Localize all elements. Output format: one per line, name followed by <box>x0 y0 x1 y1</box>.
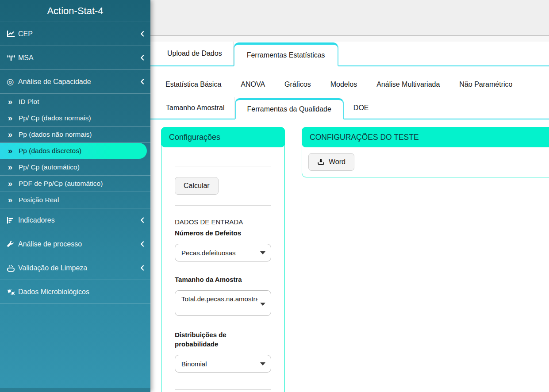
sidebar-item-indicadores[interactable]: Indicadores <box>0 208 150 232</box>
tab-label: Ferramentas Estatísticas <box>247 51 325 59</box>
tab-ferramentas-estatisticas[interactable]: Ferramentas Estatísticas <box>234 42 338 66</box>
app-window: Action-Stat-4 CEP MSA ◎ Análise de Capac… <box>0 0 549 392</box>
subtab-label: Gráficos <box>284 81 311 88</box>
main-tab-bar: Upload de Dados Ferramentas Estatísticas <box>150 42 549 66</box>
subtab-analise-multivariada[interactable]: Análise Multivariada <box>367 75 449 94</box>
chevron-left-icon <box>140 241 144 247</box>
sidebar-item-analise-de-capacidade[interactable]: ◎ Análise de Capacidade <box>0 70 150 94</box>
double-chevron-icon: » <box>8 196 19 205</box>
sample-size-value: Total.de.pecas.na.amostra <box>181 295 257 303</box>
sample-size-dropdown[interactable]: Total.de.pecas.na.amostra <box>175 290 271 316</box>
sidebar-item-label: Validação de Limpeza <box>18 264 138 272</box>
subtab-label: DOE <box>353 104 369 112</box>
sidebar-item-id-plot[interactable]: » ID Plot <box>0 94 150 110</box>
double-chevron-icon: » <box>8 114 19 123</box>
chevron-left-icon <box>140 79 144 85</box>
target-icon: ◎ <box>7 77 18 86</box>
sidebar-item-dados-microbiologicos[interactable]: Dados Microbiológicos <box>0 280 150 304</box>
germs-icon <box>7 288 18 296</box>
sidebar-item-label: Pp/ Cp (automático) <box>19 163 144 171</box>
subtab-ferramentas-da-qualidade[interactable]: Ferramentas da Qualidade <box>235 98 344 119</box>
subtab-modelos[interactable]: Modelos <box>321 75 367 94</box>
tab-label: Upload de Dados <box>167 50 222 58</box>
top-header-strip <box>150 36 549 42</box>
probability-distribution-dropdown[interactable]: Binomial <box>175 355 271 373</box>
subtab-nao-parametrico[interactable]: Não Paramétrico <box>449 75 522 94</box>
subtab-estatistica-basica[interactable]: Estatística Básica <box>156 75 231 94</box>
sidebar-item-pdf-de-pp-cp-automatico[interactable]: » PDF de Pp/Cp (automático) <box>0 176 150 192</box>
sidebar: Action-Stat-4 CEP MSA ◎ Análise de Capac… <box>0 0 150 392</box>
defect-count-dropdown[interactable]: Pecas.defeituosas <box>175 244 271 261</box>
sidebar-item-pp-cp-dados-normais[interactable]: » Pp/ Cp (dados normais) <box>0 110 150 127</box>
sidebar-item-label: Pp (dados discretos) <box>19 147 141 155</box>
subtab-label: Estatística Básica <box>165 81 221 88</box>
sidebar-item-msa[interactable]: MSA <box>0 46 150 70</box>
dropdown-caret-icon <box>260 362 265 365</box>
subtab-doe[interactable]: DOE <box>344 97 379 119</box>
subtab-tamanho-amostral[interactable]: Tamanho Amostral <box>156 97 235 119</box>
divider <box>175 389 271 390</box>
sidebar-item-label: CEP <box>18 30 138 38</box>
sample-size-label: Tamanho da Amostra <box>175 275 271 284</box>
sidebar-item-analise-de-processo[interactable]: Análise de processo <box>0 232 150 256</box>
bar-chart-icon <box>7 217 18 224</box>
sidebar-item-validacao-de-limpeza[interactable]: Validação de Limpeza <box>0 256 150 280</box>
divider <box>175 205 271 206</box>
subtab-label: Tamanho Amostral <box>166 104 225 112</box>
word-export-button-label: Word <box>329 158 346 166</box>
test-settings-panel-body: Word <box>302 147 549 171</box>
sidebar-item-label: Análise de Capacidade <box>18 78 138 86</box>
subtab-label: Análise Multivariada <box>376 81 440 88</box>
double-chevron-icon: » <box>8 130 19 139</box>
sidebar-item-pp-dados-discretos[interactable]: » Pp (dados discretos) <box>0 143 147 159</box>
probability-distribution-label: Distribuições de probabilidade <box>175 330 250 349</box>
subtab-graficos[interactable]: Gráficos <box>275 75 321 94</box>
chevron-left-icon <box>140 55 144 61</box>
broadcast-tower-icon <box>7 54 18 61</box>
defect-count-label: Números de Defeitos <box>175 228 271 238</box>
sidebar-item-label: Pp (dados não normais) <box>19 131 144 138</box>
chevron-left-icon <box>140 217 144 223</box>
sidebar-item-label: Análise de processo <box>18 240 138 248</box>
sidebar-item-label: Pp/ Cp (dados normais) <box>19 114 144 122</box>
divider <box>175 166 271 166</box>
subtab-label: Modelos <box>330 81 357 88</box>
subtab-anova[interactable]: ANOVA <box>231 75 275 94</box>
sidebar-item-label: Posição Real <box>19 196 144 204</box>
double-chevron-icon: » <box>8 97 19 107</box>
settings-panel-title: Configurações <box>161 127 285 147</box>
main-content: Upload de Dados Ferramentas Estatísticas… <box>150 0 549 392</box>
double-chevron-icon: » <box>8 163 19 172</box>
chevron-left-icon <box>140 265 144 271</box>
line-chart-icon <box>7 31 18 38</box>
test-settings-panel-title: CONFIGURAÇÕES DO TESTE <box>302 127 549 147</box>
subtab-label: Não Paramétrico <box>459 81 512 88</box>
sidebar-item-posicao-real[interactable]: » Posição Real <box>0 192 150 208</box>
sidebar-item-pp-cp-automatico[interactable]: » Pp/ Cp (automático) <box>0 159 150 176</box>
defect-count-value: Pecas.defeituosas <box>181 249 236 257</box>
subtab-bar-row2: Tamanho Amostral Ferramentas da Qualidad… <box>150 97 549 119</box>
sidebar-item-label: PDF de Pp/Cp (automático) <box>19 180 144 188</box>
subtab-label: ANOVA <box>241 81 265 88</box>
content-panels: Configurações Calcular DADOS DE ENTRADA … <box>150 119 549 392</box>
dropdown-caret-icon <box>260 303 265 306</box>
probability-distribution-value: Binomial <box>181 360 207 368</box>
app-title: Action-Stat-4 <box>0 0 150 22</box>
wrench-icon <box>7 241 18 248</box>
word-export-button[interactable]: Word <box>308 153 354 171</box>
double-chevron-icon: » <box>8 146 19 156</box>
tab-upload-de-dados[interactable]: Upload de Dados <box>156 42 234 65</box>
subtab-bar-row1: Estatística Básica ANOVA Gráficos Modelo… <box>150 75 549 94</box>
sidebar-item-pp-dados-nao-normais[interactable]: » Pp (dados não normais) <box>0 127 150 143</box>
settings-panel: Configurações Calcular DADOS DE ENTRADA … <box>161 127 285 392</box>
sidebar-item-label: Indicadores <box>18 216 138 224</box>
input-data-section-label: DADOS DE ENTRADA <box>175 218 271 226</box>
settings-panel-body: Calcular DADOS DE ENTRADA Números de Def… <box>161 166 284 390</box>
calculate-button[interactable]: Calcular <box>175 177 219 195</box>
chevron-left-icon <box>140 31 144 37</box>
soap-icon <box>7 265 18 272</box>
sidebar-item-label: Dados Microbiológicos <box>18 288 144 296</box>
subtab-label: Ferramentas da Qualidade <box>247 105 331 113</box>
sidebar-item-cep[interactable]: CEP <box>0 22 150 46</box>
dropdown-caret-icon <box>260 251 265 254</box>
